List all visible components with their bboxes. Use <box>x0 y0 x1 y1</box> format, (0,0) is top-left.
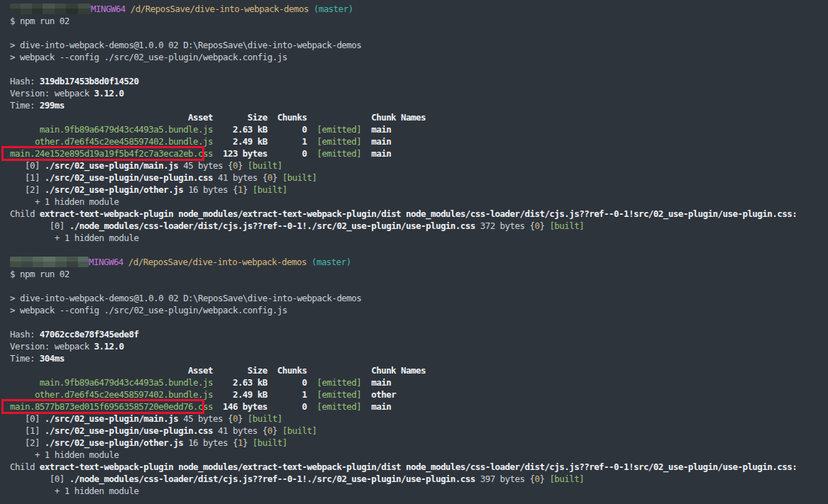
terminal-text-segment: $ npm run 02 <box>10 269 70 279</box>
terminal-text-segment: [built] <box>253 437 287 448</box>
terminal-text-segment: > webpack --config ./src/02_use-plugin/w… <box>10 305 287 315</box>
blank-line <box>10 27 828 39</box>
webpack-command-echo-line: > webpack --config ./src/02_use-plugin/w… <box>10 304 828 316</box>
terminal-text-segment: } <box>272 172 282 183</box>
terminal-text-segment: Asset Size Chunks Chunk Names <box>10 112 426 123</box>
npm-script-echo-line: > dive-into-webpack-demos@1.0.0 02 D:\Re… <box>10 292 828 304</box>
module-row: [0] ./src/02_use-plugin/main.js 45 bytes… <box>10 159 828 172</box>
blank-line <box>10 316 828 328</box>
module-row: [0] ./src/02_use-plugin/main.js 45 bytes… <box>10 413 828 425</box>
assets-table-header: Asset Size Chunks Chunk Names <box>10 111 828 123</box>
terminal-text-segment: } <box>539 220 549 231</box>
terminal-text-segment: [emitted] <box>307 148 362 159</box>
terminal-text-segment: Hash: <box>10 329 40 340</box>
terminal-text-segment: extract-text-webpack-plugin node_modules… <box>40 461 797 472</box>
terminal-text-segment: + 1 hidden module <box>10 233 138 243</box>
terminal-text-segment: 41 bytes { <box>213 172 267 183</box>
terminal-text-segment: 0 <box>267 377 307 388</box>
terminal-text-segment: 0 <box>267 425 272 436</box>
git-prompt-line: MINGW64 /d/ReposSave/dive-into-webpack-d… <box>10 256 828 268</box>
terminal-text-segment: 16 bytes { <box>183 437 238 448</box>
terminal-text-segment: [1] <box>10 425 45 436</box>
blank-line <box>10 63 828 75</box>
terminal-text-segment: } <box>238 160 248 171</box>
terminal-text-segment: [emitted] <box>307 377 362 388</box>
terminal-text-segment: main <box>361 136 391 147</box>
version-line: Version: webpack 3.12.0 <box>10 340 828 352</box>
terminal-text-segment: [0] <box>10 220 70 231</box>
asset-row-js-main: main.9fb89a6479d43c4493a5.bundle.js 2.63… <box>10 376 828 388</box>
terminal-text-segment: 0 <box>267 124 307 135</box>
terminal-text-segment: } <box>238 413 248 424</box>
censored-username <box>10 257 89 267</box>
terminal-text-segment: Time: <box>10 100 40 111</box>
terminal-text-segment: Asset Size Chunks Chunk Names <box>10 365 426 376</box>
terminal-text-segment: [emitted] <box>307 124 362 135</box>
hidden-module-line: + 1 hidden module <box>10 196 828 208</box>
terminal-text-segment: 123 bytes <box>213 148 267 159</box>
terminal-window[interactable]: MINGW64 /d/ReposSave/dive-into-webpack-d… <box>0 0 828 504</box>
terminal-text-segment: } <box>539 474 549 484</box>
terminal-text-segment: 397 bytes { <box>475 474 535 484</box>
terminal-text-segment: 299ms <box>40 100 65 111</box>
terminal-text-segment: ./src/02_use-plugin/other.js <box>45 184 183 195</box>
terminal-text-segment: [emitted] <box>307 389 362 400</box>
terminal-text-segment: [built] <box>282 172 317 183</box>
terminal-text-segment: 372 bytes { <box>475 220 535 231</box>
terminal-text-segment: > dive-into-webpack-demos@1.0.0 02 D:\Re… <box>10 293 361 303</box>
terminal-text-segment: Version: webpack <box>10 88 94 99</box>
terminal-text-segment: 45 bytes { <box>178 160 233 171</box>
module-row: [2] ./src/02_use-plugin/other.js 16 byte… <box>10 437 828 449</box>
terminal-text-segment: 2.63 kB <box>213 377 267 388</box>
terminal-text-segment: Hash: <box>10 76 40 86</box>
terminal-text-segment: main.9fb89a6479d43c4493a5.bundle.js <box>10 124 213 135</box>
terminal-text-segment: 41 bytes { <box>213 425 267 436</box>
terminal-text-segment: main.9fb89a6479d43c4493a5.bundle.js <box>10 377 213 388</box>
terminal-text-segment: other <box>361 389 396 400</box>
terminal-text-segment: /d/ReposSave/dive-into-webpack-demos <box>123 257 307 267</box>
module-row: [1] ./src/02_use-plugin/use-plugin.css 4… <box>10 172 828 184</box>
blank-line <box>10 280 828 292</box>
terminal-text-segment: 47062cc8e78f345ede8f <box>40 329 139 340</box>
terminal-text-segment: Child <box>10 208 40 219</box>
terminal-text-segment: Child <box>10 461 40 472</box>
terminal-text-segment: > dive-into-webpack-demos@1.0.0 02 D:\Re… <box>10 40 361 50</box>
terminal-text-segment: [1] <box>10 172 45 183</box>
npm-script-echo-line: > dive-into-webpack-demos@1.0.0 02 D:\Re… <box>10 39 828 51</box>
terminal-text-segment: MINGW64 <box>91 4 126 14</box>
terminal-text-segment: main <box>361 401 391 412</box>
time-line: Time: 304ms <box>10 352 828 364</box>
terminal-text-segment: } <box>243 437 253 448</box>
terminal-text-segment: extract-text-webpack-plugin node_modules… <box>40 208 797 219</box>
terminal-text-segment: 1 <box>238 184 243 195</box>
terminal-text-segment: main.8577b873ed015f69563585720e0edd76.cs… <box>10 401 213 412</box>
terminal-text-segment: [built] <box>282 425 317 436</box>
child-compiler-line: Child extract-text-webpack-plugin node_m… <box>10 461 828 473</box>
terminal-text-segment: Version: webpack <box>10 341 94 352</box>
terminal-text-segment: main <box>361 148 391 159</box>
terminal-text-segment: 3.12.0 <box>94 88 124 99</box>
terminal-text-segment: 1 <box>267 136 307 147</box>
terminal-text-segment: 16 bytes { <box>183 184 238 195</box>
terminal-text-segment: 45 bytes { <box>178 413 233 424</box>
asset-row-css-highlighted: main.8577b873ed015f69563585720e0edd76.cs… <box>10 401 828 413</box>
hash-line: Hash: 319db17453b8d0f14520 <box>10 75 828 87</box>
terminal-text-segment: ./src/02_use-plugin/other.js <box>45 437 183 448</box>
shell-command-line: $ npm run 02 <box>10 268 828 280</box>
terminal-text-segment: other.d7e6f45c2ee458597402.bundle.js <box>10 389 213 400</box>
terminal-text-segment: [built] <box>549 474 584 484</box>
terminal-text-segment: Time: <box>10 353 40 364</box>
terminal-text-segment: [built] <box>253 184 287 195</box>
assets-table-header: Asset Size Chunks Chunk Names <box>10 364 828 376</box>
asset-row-js-other: other.d7e6f45c2ee458597402.bundle.js 2.4… <box>10 135 828 147</box>
terminal-text-segment: + 1 hidden module <box>10 449 118 460</box>
webpack-command-echo-line: > webpack --config ./src/02_use-plugin/w… <box>10 51 828 63</box>
terminal-text-segment: 2.49 kB <box>213 136 267 147</box>
terminal-text-segment: 0 <box>267 401 307 412</box>
terminal-text-segment: + 1 hidden module <box>10 196 118 207</box>
child-hidden-module-line: + 1 hidden module <box>10 232 828 244</box>
terminal-text-segment: 1 <box>238 437 243 448</box>
terminal-text-segment: [0] <box>10 474 70 484</box>
terminal-text-segment: [2] <box>10 184 45 195</box>
terminal-text-segment: main <box>361 124 391 135</box>
